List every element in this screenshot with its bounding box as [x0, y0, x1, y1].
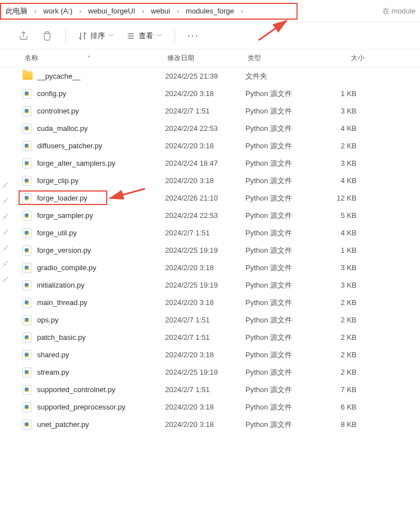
- file-date: 2024/2/7 1:51: [165, 229, 245, 237]
- python-file-icon: [22, 176, 33, 186]
- file-size: 1 KB: [317, 89, 362, 98]
- file-size: 3 KB: [317, 159, 362, 167]
- file-name: forge_util.py: [37, 229, 165, 237]
- file-name: supported_preprocessor.py: [37, 403, 165, 411]
- file-size: 2 KB: [317, 142, 362, 150]
- file-size: 2 KB: [317, 351, 362, 359]
- chevron-right-icon[interactable]: ›: [78, 7, 83, 15]
- file-row[interactable]: __pycache__2024/2/25 21:39文件夹: [0, 67, 420, 85]
- file-date: 2024/2/20 3:18: [165, 263, 245, 272]
- file-type: Python 源文件: [245, 124, 317, 134]
- file-size: 1 KB: [317, 246, 362, 254]
- file-size: 4 KB: [317, 229, 362, 237]
- view-label: 查看: [139, 31, 153, 41]
- sort-button[interactable]: 排序 ﹀: [78, 31, 114, 41]
- header-size[interactable]: 大小: [319, 53, 364, 63]
- file-row[interactable]: main_thread.py2024/2/20 3:18Python 源文件2 …: [0, 294, 420, 311]
- file-type: Python 源文件: [245, 141, 317, 151]
- file-type: Python 源文件: [245, 402, 317, 412]
- python-file-icon: [22, 89, 33, 99]
- file-name: diffusers_patcher.py: [37, 142, 165, 150]
- file-name: __pycache__: [37, 72, 165, 80]
- file-row[interactable]: stream.py2024/2/25 19:19Python 源文件2 KB: [0, 363, 420, 381]
- file-row[interactable]: shared.py2024/2/20 3:18Python 源文件2 KB: [0, 346, 420, 363]
- file-row[interactable]: config.py2024/2/20 3:18Python 源文件1 KB: [0, 85, 420, 102]
- column-headers: 名称 ˄ 修改日期 类型 大小: [0, 49, 420, 67]
- file-date: 2024/2/24 22:53: [165, 211, 245, 220]
- share-icon[interactable]: [18, 30, 29, 42]
- file-name: forge_clip.py: [37, 176, 165, 185]
- file-type: Python 源文件: [245, 211, 317, 221]
- file-size: 12 KB: [317, 194, 362, 202]
- caret-down-icon: ﹀: [108, 32, 114, 40]
- delete-icon[interactable]: [42, 30, 53, 42]
- file-row[interactable]: forge_version.py2024/2/25 19:19Python 源文…: [0, 242, 420, 259]
- more-icon[interactable]: ···: [188, 30, 199, 42]
- file-name: forge_loader.py: [37, 194, 165, 202]
- file-row[interactable]: controlnet.py2024/2/7 1:51Python 源文件3 KB: [0, 102, 420, 120]
- python-file-icon: [22, 228, 33, 238]
- file-size: 4 KB: [317, 124, 362, 133]
- search-box[interactable]: 在 module: [378, 0, 420, 22]
- file-name: controlnet.py: [37, 107, 165, 115]
- file-date: 2024/2/20 3:18: [165, 89, 245, 98]
- breadcrumb-item-folder1[interactable]: webui_forgeUI: [83, 7, 141, 15]
- file-date: 2024/2/25 19:19: [165, 246, 245, 254]
- python-file-icon: [22, 124, 33, 134]
- file-size: 5 KB: [317, 211, 362, 220]
- file-type: Python 源文件: [245, 193, 317, 203]
- file-size: 8 KB: [317, 420, 362, 429]
- file-date: 2024/2/25 19:19: [165, 281, 245, 289]
- chevron-right-icon[interactable]: ›: [33, 7, 38, 15]
- file-date: 2024/2/20 3:18: [165, 298, 245, 307]
- chevron-right-icon[interactable]: ›: [141, 7, 145, 15]
- file-row[interactable]: initialization.py2024/2/25 19:19Python 源…: [0, 276, 420, 294]
- chevron-right-icon[interactable]: ›: [176, 7, 180, 15]
- breadcrumb-item-pc[interactable]: 此电脑: [0, 6, 33, 16]
- file-row[interactable]: forge_loader.py2024/2/26 21:10Python 源文件…: [0, 189, 420, 207]
- file-type: Python 源文件: [245, 333, 317, 343]
- file-type: Python 源文件: [245, 228, 317, 238]
- file-name: forge_sampler.py: [37, 211, 165, 220]
- python-file-icon: [22, 350, 33, 360]
- file-type: Python 源文件: [245, 385, 317, 395]
- toolbar-separator: [65, 30, 66, 42]
- python-file-icon: [22, 298, 33, 308]
- file-row[interactable]: supported_controlnet.py2024/2/7 1:51Pyth…: [0, 381, 420, 398]
- file-size: 2 KB: [317, 298, 362, 307]
- python-file-icon: [22, 280, 33, 290]
- python-file-icon: [22, 315, 33, 325]
- file-row[interactable]: diffusers_patcher.py2024/2/20 3:18Python…: [0, 137, 420, 154]
- python-file-icon: [22, 402, 33, 412]
- file-row[interactable]: forge_util.py2024/2/7 1:51Python 源文件4 KB: [0, 224, 420, 242]
- breadcrumb-item-current[interactable]: modules_forge: [180, 7, 240, 15]
- file-date: 2024/2/24 18:47: [165, 159, 245, 167]
- header-type[interactable]: 类型: [248, 53, 319, 63]
- view-button[interactable]: 查看 ﹀: [126, 31, 162, 41]
- header-name[interactable]: 名称 ˄: [25, 53, 167, 63]
- file-type: Python 源文件: [245, 350, 317, 360]
- file-row[interactable]: forge_clip.py2024/2/20 3:18Python 源文件4 K…: [0, 172, 420, 189]
- file-name: patch_basic.py: [37, 333, 165, 342]
- file-name: forge_version.py: [37, 246, 165, 254]
- file-row[interactable]: ops.py2024/2/7 1:51Python 源文件2 KB: [0, 311, 420, 329]
- breadcrumb-item-folder2[interactable]: webui: [145, 7, 176, 15]
- file-row[interactable]: gradio_compile.py2024/2/20 3:18Python 源文…: [0, 259, 420, 276]
- file-row[interactable]: unet_patcher.py2024/2/20 3:18Python 源文件8…: [0, 416, 420, 433]
- python-file-icon: [22, 385, 33, 395]
- python-file-icon: [22, 193, 33, 203]
- file-row[interactable]: forge_alter_samplers.py2024/2/24 18:47Py…: [0, 154, 420, 172]
- file-name: supported_controlnet.py: [37, 385, 165, 394]
- file-row[interactable]: forge_sampler.py2024/2/24 22:53Python 源文…: [0, 207, 420, 224]
- file-row[interactable]: cuda_malloc.py2024/2/24 22:53Python 源文件4…: [0, 120, 420, 137]
- file-date: 2024/2/20 3:18: [165, 176, 245, 185]
- file-size: 2 KB: [317, 368, 362, 376]
- header-date[interactable]: 修改日期: [167, 53, 248, 63]
- breadcrumb-item-drive[interactable]: work (A:): [38, 7, 78, 15]
- chevron-right-icon[interactable]: ›: [240, 7, 244, 15]
- file-date: 2024/2/7 1:51: [165, 333, 245, 342]
- file-row[interactable]: supported_preprocessor.py2024/2/20 3:18P…: [0, 398, 420, 416]
- python-file-icon: [22, 263, 33, 273]
- file-row[interactable]: patch_basic.py2024/2/7 1:51Python 源文件2 K…: [0, 329, 420, 346]
- toolbar-separator: [175, 30, 175, 42]
